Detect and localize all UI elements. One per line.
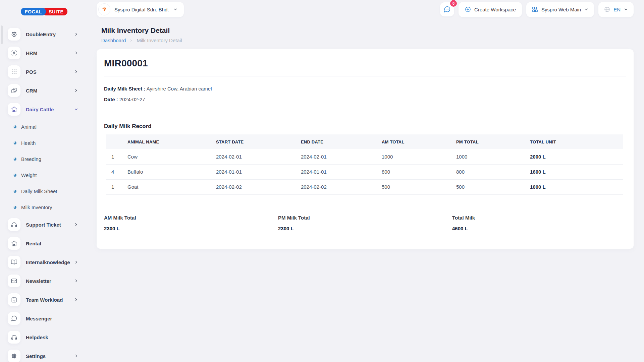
sidebar-subitem-health[interactable]: Health	[0, 135, 94, 151]
sidebar-item-newsletter[interactable]: Newsletter	[0, 272, 94, 290]
workspace-name: Syspro Web Main	[541, 7, 581, 12]
sidebar-subitem-label: Daily Milk Sheet	[21, 188, 57, 194]
col-start-date: START DATE	[211, 134, 296, 149]
sidebar-item-dairy-cattle[interactable]: Dairy Cattle	[0, 100, 94, 119]
chevron-down-icon	[173, 7, 178, 12]
cell-animal-name: Cow	[122, 149, 211, 164]
chevron-right-icon	[74, 69, 78, 74]
sidebar-item-messenger[interactable]: Messenger	[0, 309, 94, 328]
page-title: Milk Inventory Detail	[101, 26, 634, 35]
daily-milk-sheet-row: Daily Milk Sheet : Ayirshire Cow, Arabia…	[104, 86, 626, 92]
sidebar-item-hrm[interactable]: HRM	[0, 44, 94, 62]
col-pm-total: PM TOTAL	[451, 134, 525, 149]
sidebar-item-support-ticket[interactable]: Support Ticket	[0, 215, 94, 234]
date-row: Date : 2024-02-27	[104, 97, 626, 102]
home-icon	[8, 237, 20, 250]
sidebar-item-crm[interactable]: CRM	[0, 81, 94, 100]
chevron-down-icon	[74, 107, 78, 112]
cell-total-unit: 1000 L	[525, 179, 623, 194]
dot-icon	[13, 125, 16, 128]
pm-milk-total-label: PM Milk Total	[278, 215, 452, 221]
workspace-selector[interactable]: Syspro Web Main	[526, 2, 594, 17]
cell-end-date: 2024-01-01	[296, 164, 376, 179]
sidebar-item-label: Newsletter	[26, 278, 74, 284]
overlap-squares-icon	[8, 84, 20, 97]
divider	[104, 76, 626, 76]
sidebar-item-label: Internalknowledge	[26, 259, 74, 265]
topbar: Syspro Digital Sdn. Bhd. 0 Create Worksp…	[97, 2, 634, 17]
open-book-icon	[8, 256, 20, 268]
daily-milk-sheet-label: Daily Milk Sheet :	[104, 86, 145, 92]
sidebar-item-helpdesk[interactable]: Helpdesk	[0, 328, 94, 347]
sidebar-subitem-weight[interactable]: Weight	[0, 167, 94, 183]
syspro-logo-icon	[98, 3, 110, 15]
sidebar-item-label: Support Ticket	[26, 222, 74, 228]
chevron-down-icon	[584, 7, 589, 12]
sidebar-item-settings[interactable]: Settings	[0, 347, 94, 362]
table-header-row: ANIMAL NAME START DATE END DATE AM TOTAL…	[106, 134, 623, 149]
breadcrumb-chevron-icon	[129, 39, 133, 43]
sidebar-subitem-animal[interactable]: Animal	[0, 119, 94, 135]
grid-plus-icon	[532, 6, 538, 13]
sidebar-item-team-workload[interactable]: Team Workload	[0, 290, 94, 309]
chevron-right-icon	[74, 51, 78, 55]
totals-summary: AM Milk Total 2300 L PM Milk Total 2300 …	[104, 215, 626, 231]
breadcrumb-current: Milk Inventory Detail	[137, 38, 182, 43]
cell-count: 4	[106, 164, 122, 179]
sidebar-item-doubleentry[interactable]: DoubleEntry	[0, 25, 94, 44]
balance-scale-icon	[8, 28, 20, 41]
sidebar-item-label: Team Workload	[26, 297, 74, 303]
col-end-date: END DATE	[296, 134, 376, 149]
chevron-down-icon	[624, 7, 628, 12]
pm-milk-total: PM Milk Total 2300 L	[278, 215, 452, 231]
cell-pm-total: 500	[451, 179, 525, 194]
sidebar-subitem-breeding[interactable]: Breeding	[0, 151, 94, 167]
sidebar-item-label: Dairy Cattle	[26, 107, 74, 112]
company-selector[interactable]: Syspro Digital Sdn. Bhd.	[97, 2, 184, 17]
main-area: Syspro Digital Sdn. Bhd. 0 Create Worksp…	[94, 0, 644, 362]
sidebar-item-label: Rental	[26, 241, 78, 246]
cell-am-total: 1000	[376, 149, 451, 164]
breadcrumb: Dashboard Milk Inventory Detail	[101, 38, 634, 43]
total-milk: Total Milk 4600 L	[452, 215, 626, 231]
sidebar-subitem-milk-inventory[interactable]: Milk Inventory	[0, 199, 94, 215]
cell-total-unit: 2000 L	[525, 149, 623, 164]
table-row: 1 Goat 2024-02-02 2024-02-02 500 500 100…	[106, 179, 623, 194]
am-milk-total-label: AM Milk Total	[104, 215, 278, 221]
cell-end-date: 2024-02-02	[296, 179, 376, 194]
home-icon	[8, 103, 20, 116]
sidebar-item-label: Helpdesk	[26, 335, 78, 340]
milk-inventory-card: MIR00001 Daily Milk Sheet : Ayirshire Co…	[97, 49, 634, 249]
sidebar-subitem-label: Animal	[21, 124, 37, 130]
sidebar-item-internalknowledge[interactable]: Internalknowledge	[0, 253, 94, 272]
cell-am-total: 500	[376, 179, 451, 194]
chat-bubble-icon	[8, 312, 20, 325]
sidebar-item-label: HRM	[26, 50, 74, 56]
create-workspace-button[interactable]: Create Workspace	[459, 2, 522, 17]
cell-total-unit: 1600 L	[525, 164, 623, 179]
chevron-right-icon	[74, 297, 78, 302]
sidebar-item-label: Settings	[26, 353, 74, 359]
headphones-icon	[8, 218, 20, 231]
app-root: FOCAL SUITE DoubleEntry HRM	[0, 0, 644, 362]
dairy-cattle-submenu: Animal Health Breeding Weight Daily Milk…	[0, 119, 94, 215]
breadcrumb-dashboard-link[interactable]: Dashboard	[101, 38, 126, 43]
date-value: 2024-02-27	[119, 97, 145, 102]
record-id: MIR00001	[104, 58, 626, 69]
sidebar-item-pos[interactable]: POS	[0, 62, 94, 81]
messages-button[interactable]: 0	[440, 2, 454, 16]
user-scan-icon	[8, 47, 20, 59]
chevron-right-icon	[74, 279, 78, 283]
cell-pm-total: 1000	[451, 149, 525, 164]
dot-icon	[13, 141, 16, 144]
date-label: Date :	[104, 97, 118, 102]
sidebar-scrollbar[interactable]	[1, 25, 3, 44]
page-header: Milk Inventory Detail Dashboard Milk Inv…	[101, 26, 634, 43]
sidebar-subitem-label: Milk Inventory	[21, 204, 52, 210]
language-selector[interactable]: EN	[598, 2, 634, 17]
sidebar-subitem-daily-milk-sheet[interactable]: Daily Milk Sheet	[0, 183, 94, 199]
sidebar-item-rental[interactable]: Rental	[0, 234, 94, 253]
sidebar-nav: DoubleEntry HRM POS	[0, 25, 94, 362]
chevron-right-icon	[74, 260, 78, 264]
am-milk-total: AM Milk Total 2300 L	[104, 215, 278, 231]
